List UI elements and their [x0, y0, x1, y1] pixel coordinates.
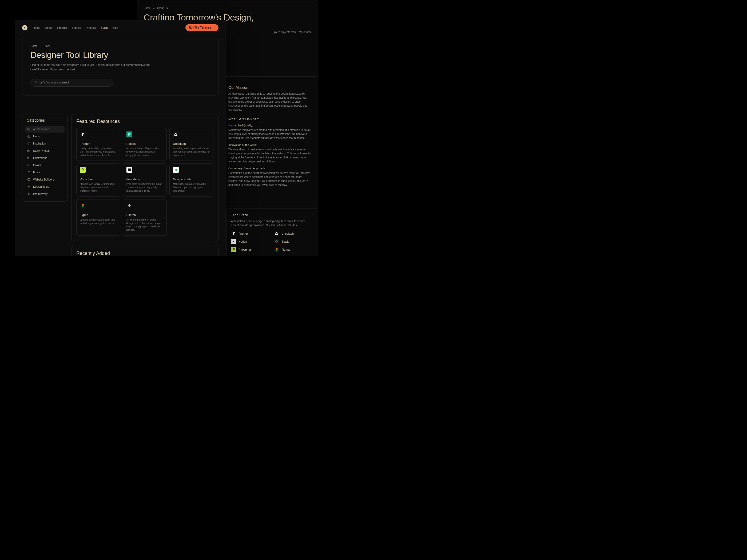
- tools-icon: [27, 185, 30, 188]
- featured-section: Featured Resources FramerDesign and publ…: [71, 114, 218, 242]
- svg-point-23: [175, 169, 176, 170]
- sidebar-item-inspiration[interactable]: Inspiration: [25, 140, 65, 147]
- nav-link-projects[interactable]: Projects: [86, 26, 96, 29]
- svg-point-26: [176, 170, 177, 171]
- sidebar-item-label: Website Builders: [33, 178, 54, 181]
- techstack-card: Tech Stack At Marcframe, we leverage a c…: [227, 209, 318, 256]
- framer-icon: [80, 131, 86, 137]
- sidebar-item-design-tools[interactable]: Design Tools: [25, 183, 65, 190]
- grid-icon: [27, 128, 30, 131]
- tool-card-figma[interactable]: FigmaLeading collaborative design tool f…: [76, 199, 120, 236]
- techstack-heading: Tech Stack: [231, 213, 314, 217]
- search-input[interactable]: Let's find what you need!: [30, 79, 113, 87]
- mission-heading: Our Mission: [228, 85, 312, 89]
- recently-added-heading: Recently Added: [76, 251, 213, 256]
- svg-point-27: [82, 204, 83, 205]
- sidebar-item-label: Icons: [33, 135, 40, 138]
- content-area: Featured Resources FramerDesign and publ…: [71, 114, 218, 256]
- sets-item-heading: Unmatched Quality:: [228, 124, 312, 127]
- sidebar-item-website-builders[interactable]: Website Builders: [25, 176, 65, 183]
- nav-link-about[interactable]: About: [45, 26, 52, 29]
- breadcrumb-home[interactable]: Home: [30, 45, 37, 48]
- featured-heading: Featured Resources: [76, 119, 213, 124]
- type-icon: [27, 171, 30, 174]
- nav-link-service[interactable]: Service: [72, 26, 81, 29]
- svg-point-19: [28, 157, 29, 158]
- svg-rect-20: [28, 179, 30, 180]
- techstack-item-framer[interactable]: Framer: [231, 231, 271, 236]
- browser-icon: [27, 178, 30, 181]
- sketch-icon: [126, 203, 132, 209]
- tool-card-sketch[interactable]: SketchAll-in-one platform for digital de…: [123, 199, 167, 236]
- google-icon: [173, 167, 179, 173]
- tool-desc: Beautiful, free images and photos that y…: [173, 147, 210, 157]
- pexels-icon: [126, 131, 132, 137]
- logo-icon[interactable]: [22, 25, 27, 30]
- tool-card-framer[interactable]: FramerDesign and publish your dream site…: [76, 128, 120, 161]
- sets-item-heading: Innovation at the Core:: [228, 143, 312, 146]
- svg-rect-3: [276, 240, 277, 241]
- sets-list: Unmatched Quality:Marcframe templates ar…: [228, 124, 312, 187]
- svg-point-24: [176, 169, 177, 170]
- breadcrumb: Home – Stack: [30, 45, 210, 48]
- sidebar-item-illustrations[interactable]: Illustrations: [25, 154, 65, 161]
- buy-template-button[interactable]: Buy This Template ↗: [185, 24, 218, 31]
- svg-point-31: [82, 206, 83, 207]
- techstack-label: Phosphor: [238, 248, 251, 251]
- breadcrumb-current: About Us: [157, 7, 168, 9]
- sidebar-item-icons[interactable]: Icons: [25, 133, 65, 140]
- nav-link-home[interactable]: Home: [33, 26, 40, 29]
- svg-point-30: [83, 205, 84, 206]
- techstack-item-notion[interactable]: NNotion: [231, 239, 271, 244]
- main-split: Categories All ResourcesIconsInspiration…: [15, 96, 226, 256]
- top-nav: HomeAboutProductServiceProjectsStackBlog…: [15, 21, 226, 35]
- camera-icon: [27, 149, 30, 152]
- techstack-label: Notion: [238, 240, 247, 243]
- sidebar-item-colors[interactable]: Colors: [25, 162, 65, 168]
- techstack-item-figma[interactable]: Figma: [274, 247, 314, 252]
- sidebar-item-label: Inspiration: [33, 142, 46, 145]
- sidebar-item-all-resources[interactable]: All Resources: [25, 126, 65, 133]
- arrow-icon: ↗: [213, 26, 215, 29]
- svg-rect-16: [28, 150, 30, 152]
- svg-text:F: F: [129, 169, 130, 171]
- unsplash-icon: [274, 231, 279, 236]
- techstack-item-phosphor[interactable]: Phosphor: [231, 247, 271, 252]
- tool-desc: Making the web more beautiful, fast, and…: [173, 182, 210, 192]
- search-placeholder: Let's find what you need!: [40, 81, 69, 84]
- sidebar-item-stock-photos[interactable]: Stock Photos: [25, 147, 65, 154]
- svg-point-8: [276, 249, 277, 250]
- sidebar-item-label: Fonts: [33, 171, 40, 174]
- techstack-label: Figma: [281, 248, 290, 251]
- svg-point-10: [276, 250, 277, 251]
- breadcrumb-current: Stack: [44, 45, 50, 48]
- nav-link-product[interactable]: Product: [57, 26, 67, 29]
- nav-link-stack[interactable]: Stack: [101, 26, 108, 29]
- tool-card-pexels[interactable]: PexelsBrowse millions of high-quality ro…: [123, 128, 167, 161]
- tool-card-phosphor[interactable]: PhosphorFlexible icon family for interfa…: [76, 163, 120, 196]
- tool-card-google-fonts[interactable]: Google FontsMaking the web more beautifu…: [170, 163, 213, 196]
- nav-link-blog[interactable]: Blog: [112, 26, 118, 29]
- breadcrumb-home[interactable]: Home: [144, 7, 151, 9]
- sidebar-item-productivity[interactable]: Productivity: [25, 190, 65, 197]
- sidebar-item-label: Stock Photos: [33, 149, 50, 152]
- categories-list: All ResourcesIconsInspirationStock Photo…: [25, 126, 65, 197]
- image-icon: [27, 156, 30, 159]
- tool-name: Google Fonts: [173, 178, 210, 181]
- phosphor-icon: [231, 247, 236, 252]
- tool-card-fontshare[interactable]: FFontshareFree fonts service from the In…: [123, 163, 167, 196]
- techstack-label: Slack: [281, 240, 289, 243]
- sidebar-item-fonts[interactable]: Fonts: [25, 169, 65, 176]
- tool-name: Unsplash: [173, 142, 210, 145]
- techstack-item-slack[interactable]: Slack: [274, 239, 314, 244]
- notion-icon: N: [231, 239, 236, 244]
- tool-desc: Leading collaborative design tool for bu…: [80, 218, 117, 225]
- svg-point-28: [83, 204, 84, 205]
- techstack-item-unsplash[interactable]: Unsplash: [274, 231, 314, 236]
- svg-point-29: [82, 205, 83, 206]
- svg-point-17: [28, 151, 29, 152]
- tool-card-unsplash[interactable]: UnsplashBeautiful, free images and photo…: [170, 128, 213, 161]
- svg-point-9: [277, 249, 278, 250]
- bolt-icon: [27, 192, 30, 195]
- page-title: Designer Tool Library: [30, 50, 210, 60]
